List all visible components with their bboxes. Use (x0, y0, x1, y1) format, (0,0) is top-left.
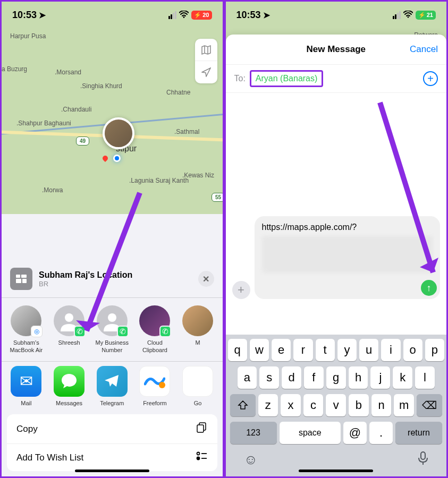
key-f[interactable]: f (304, 366, 324, 389)
key-b[interactable]: b (349, 394, 369, 416)
app-icon (182, 366, 213, 397)
numbers-key[interactable]: 123 (230, 422, 277, 444)
at-key[interactable]: @ (343, 422, 367, 444)
contact-share-target[interactable]: ✆ Shreesh (50, 305, 89, 353)
mail-icon: ✉ (11, 366, 41, 397)
key-x[interactable]: x (281, 394, 301, 416)
svg-rect-17 (421, 452, 425, 459)
key-q[interactable]: q (228, 339, 247, 361)
telegram-icon (97, 366, 128, 397)
svg-point-16 (407, 16, 409, 18)
copy-icon (196, 422, 208, 436)
app-share-target[interactable]: Freeform (136, 366, 174, 407)
messages-icon (54, 366, 84, 397)
key-e[interactable]: e (272, 339, 291, 361)
key-p[interactable]: p (425, 339, 444, 361)
contact-share-target[interactable]: ✆ Cloud Clipboard (136, 305, 174, 353)
actions-list: Copy Add To Wish List (7, 414, 217, 471)
right-screenshot: .Ratwara 10:53 ➤ ⚡21 New Message Cancel … (224, 0, 449, 478)
key-h[interactable]: h (349, 366, 368, 389)
message-content: https://maps.apple.com/? (262, 223, 433, 232)
locate-button[interactable] (195, 61, 217, 83)
add-attachment-button[interactable]: + (232, 281, 250, 299)
share-title: Subham Raj's Location (39, 270, 192, 280)
contact-share-target[interactable]: ✆ My Business Number (92, 305, 131, 353)
key-d[interactable]: d (282, 366, 301, 389)
key-t[interactable]: t (316, 339, 335, 361)
svg-rect-2 (21, 275, 27, 278)
key-z[interactable]: z (258, 394, 278, 416)
battery-icon: ⚡20 (191, 11, 212, 20)
status-time: 10:53 (12, 10, 37, 21)
red-pin-icon (102, 155, 109, 162)
wifi-icon (403, 10, 413, 21)
key-a[interactable]: a (238, 366, 257, 389)
message-input-area: + https://maps.apple.com/? ↑ (226, 212, 447, 303)
battery-icon: ⚡21 (416, 11, 436, 20)
wifi-icon (179, 10, 189, 21)
svg-rect-4 (22, 279, 27, 283)
emoji-button[interactable]: ☺ (244, 451, 258, 469)
dot-key[interactable]: . (369, 422, 393, 444)
contact-share-target[interactable]: ◎ Subham's MacBook Air (7, 305, 46, 353)
app-share-target[interactable]: ✉ Mail (7, 366, 46, 407)
contact-share-target[interactable]: M (179, 305, 217, 353)
return-key[interactable]: return (395, 422, 442, 444)
apps-row: ✉ Mail Messages Telegram Freeform Go (2, 362, 223, 414)
home-indicator[interactable] (299, 470, 373, 472)
map-mode-button[interactable] (195, 39, 217, 61)
freeform-icon (139, 366, 170, 397)
dictation-button[interactable] (418, 451, 428, 469)
key-w[interactable]: w (250, 339, 269, 361)
key-r[interactable]: r (293, 339, 312, 361)
whatsapp-badge-icon: ✆ (74, 326, 86, 337)
svg-point-12 (197, 457, 199, 460)
wishlist-action[interactable]: Add To Wish List (7, 444, 217, 471)
key-u[interactable]: u (359, 339, 378, 361)
key-k[interactable]: k (393, 366, 412, 389)
home-indicator[interactable] (75, 470, 149, 472)
location-icon: ➤ (39, 10, 46, 20)
status-bar: 10:53 ➤ ⚡20 (2, 2, 223, 28)
key-s[interactable]: s (259, 366, 279, 389)
to-field[interactable]: To: Aryan (Banaras) + (226, 64, 447, 93)
key-i[interactable]: i (381, 339, 400, 361)
keyboard: q w e r t y u i o p a s d f g h j k l (226, 335, 447, 476)
to-contact[interactable]: Aryan (Banaras) (250, 70, 324, 87)
key-j[interactable]: j (370, 366, 390, 389)
svg-rect-1 (16, 275, 20, 278)
share-subtitle: BR (39, 280, 192, 288)
cancel-button[interactable]: Cancel (410, 44, 438, 55)
status-time: 10:53 (236, 10, 261, 21)
close-button[interactable]: ✕ (198, 271, 214, 287)
options-icon (196, 451, 208, 464)
apple-maps-view[interactable]: Harpur Pusa a Buzurg .Morsand .Singhia K… (2, 2, 223, 214)
app-share-target[interactable]: Telegram (92, 366, 131, 407)
key-g[interactable]: g (326, 366, 346, 389)
share-sheet: Subham Raj's Location BR ✕ ◎ Subham's Ma… (2, 260, 223, 476)
key-l[interactable]: l (415, 366, 435, 389)
send-button[interactable]: ↑ (421, 280, 437, 296)
airdrop-badge-icon: ◎ (31, 326, 43, 337)
add-contact-button[interactable]: + (423, 71, 438, 86)
app-share-target[interactable]: Go (179, 366, 217, 407)
current-location-dot (113, 155, 121, 162)
key-m[interactable]: m (394, 394, 414, 416)
key-y[interactable]: y (337, 339, 357, 361)
location-icon: ➤ (263, 10, 270, 20)
key-c[interactable]: c (303, 394, 324, 416)
space-key[interactable]: space (280, 422, 341, 444)
key-o[interactable]: o (403, 339, 422, 361)
key-n[interactable]: n (371, 394, 392, 416)
copy-action[interactable]: Copy (7, 414, 217, 444)
left-screenshot: Harpur Pusa a Buzurg .Morsand .Singhia K… (0, 0, 224, 478)
backspace-key[interactable]: ⌫ (417, 394, 442, 416)
message-bubble[interactable]: https://maps.apple.com/? ↑ (255, 216, 441, 299)
app-share-target[interactable]: Messages (50, 366, 89, 407)
user-avatar-pin[interactable] (103, 117, 134, 149)
key-v[interactable]: v (326, 394, 346, 416)
shift-key[interactable] (230, 394, 256, 416)
map-controls (195, 39, 217, 83)
person-icon: ✆ (54, 305, 84, 336)
macbook-icon: ◎ (11, 305, 41, 336)
